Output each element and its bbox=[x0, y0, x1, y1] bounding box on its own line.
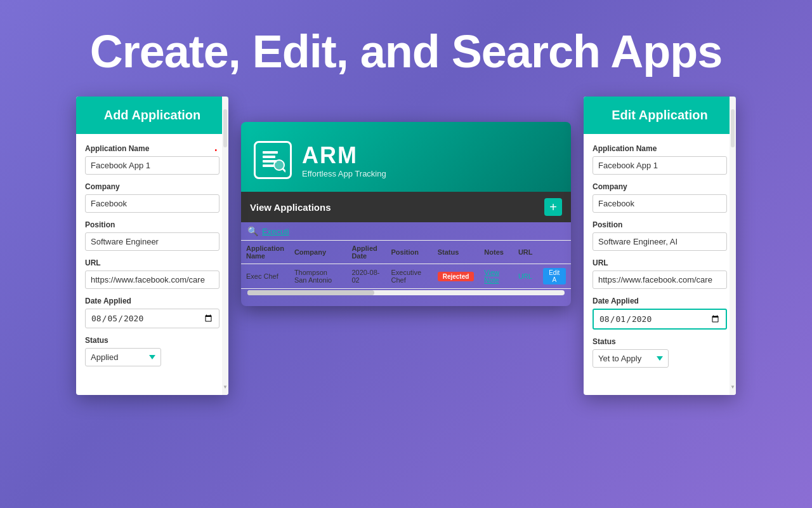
col-action bbox=[538, 241, 571, 264]
add-application-header: Add Application bbox=[76, 97, 228, 134]
col-position: Position bbox=[386, 241, 432, 264]
edit-position-input[interactable] bbox=[593, 232, 727, 251]
arm-applications-table: ApplicationName Company AppliedDate Posi… bbox=[241, 241, 571, 289]
col-company: Company bbox=[289, 241, 347, 264]
col-app-name: ApplicationName bbox=[241, 241, 289, 264]
arm-toolbar: View Applications + bbox=[241, 192, 571, 222]
edit-date-label: Date Applied bbox=[593, 297, 727, 305]
right-scroll-down-icon: ▼ bbox=[730, 384, 735, 390]
row-date: 2020-08-02 bbox=[346, 264, 386, 289]
arm-add-button[interactable]: + bbox=[544, 198, 562, 216]
arm-horizontal-scrollbar[interactable] bbox=[247, 290, 565, 295]
add-date-label: Date Applied bbox=[85, 297, 219, 305]
arm-subtitle: Effortless App Tracking bbox=[302, 169, 386, 178]
hero-title: Create, Edit, and Search Apps bbox=[90, 25, 723, 77]
arm-header: ARM Effortless App Tracking bbox=[241, 122, 571, 192]
svg-rect-0 bbox=[263, 151, 278, 154]
add-url-label: URL bbox=[85, 258, 219, 267]
arm-toolbar-title: View Applications bbox=[250, 202, 331, 213]
add-position-label: Position bbox=[85, 220, 219, 229]
svg-line-5 bbox=[283, 169, 285, 171]
row-company: Thompson San Antonio bbox=[289, 264, 347, 289]
arm-app-card: ARM Effortless App Tracking View Applica… bbox=[241, 122, 571, 306]
row-notes[interactable]: View Note bbox=[479, 264, 513, 289]
col-status: Status bbox=[433, 241, 480, 264]
edit-date-input[interactable] bbox=[593, 309, 727, 330]
row-edit[interactable]: Edit A bbox=[538, 264, 571, 289]
right-card-scrollbar[interactable]: ▼ bbox=[730, 97, 736, 395]
add-application-body: Application Name • Company Position URL … bbox=[76, 134, 228, 377]
status-badge-rejected: Rejected bbox=[438, 272, 475, 281]
add-status-label: Status bbox=[85, 336, 219, 345]
row-app-name: Exec Chef bbox=[241, 264, 289, 289]
row-position: Executive Chef bbox=[386, 264, 432, 289]
arm-scrollbar-thumb bbox=[247, 290, 374, 295]
edit-company-label: Company bbox=[593, 182, 727, 191]
add-app-name-label: Application Name bbox=[85, 144, 219, 153]
edit-application-body: Application Name Company Position URL Da… bbox=[584, 134, 736, 378]
arm-title-group: ARM Effortless App Tracking bbox=[302, 142, 386, 178]
col-date: AppliedDate bbox=[346, 241, 386, 264]
edit-status-select[interactable]: Yet to Apply Applied Interview Offer Rej… bbox=[593, 349, 669, 368]
row-url[interactable]: URL bbox=[513, 264, 538, 289]
add-position-input[interactable] bbox=[85, 232, 219, 251]
edit-company-input[interactable] bbox=[593, 194, 727, 213]
edit-position-label: Position bbox=[593, 220, 727, 229]
edit-app-name-input[interactable] bbox=[593, 156, 727, 175]
arm-search-icon: 🔍 bbox=[247, 226, 258, 236]
add-company-input[interactable] bbox=[85, 194, 219, 213]
edit-application-card: Edit Application Application Name Compan… bbox=[584, 97, 736, 395]
add-company-label: Company bbox=[85, 182, 219, 191]
edit-url-input[interactable] bbox=[593, 271, 727, 289]
edit-status-label: Status bbox=[593, 337, 727, 346]
view-note-link[interactable]: View Note bbox=[484, 269, 499, 284]
svg-rect-3 bbox=[263, 164, 274, 167]
add-status-select[interactable]: Yet to Apply Applied Interview Offer Rej… bbox=[85, 348, 161, 366]
add-url-input[interactable] bbox=[85, 271, 219, 289]
required-indicator: • bbox=[214, 147, 217, 154]
edit-url-label: URL bbox=[593, 258, 727, 267]
add-date-input[interactable] bbox=[85, 309, 219, 328]
cards-container: Add Application Application Name • Compa… bbox=[0, 97, 812, 395]
arm-logo-icon bbox=[254, 141, 292, 179]
url-link[interactable]: URL bbox=[518, 272, 532, 280]
col-url: URL bbox=[513, 241, 538, 264]
edit-application-header: Edit Application bbox=[584, 97, 736, 134]
add-app-name-input[interactable] bbox=[85, 156, 219, 175]
left-card-scrollbar[interactable]: ▼ bbox=[222, 97, 228, 395]
table-row: Exec Chef Thompson San Antonio 2020-08-0… bbox=[241, 264, 571, 289]
svg-rect-1 bbox=[263, 156, 275, 158]
arm-search-text[interactable]: Executi bbox=[262, 227, 289, 236]
arm-search-bar: 🔍 Executi bbox=[241, 222, 571, 241]
scroll-down-icon: ▼ bbox=[223, 384, 228, 390]
edit-button[interactable]: Edit A bbox=[543, 268, 566, 284]
arm-logo-text: ARM bbox=[302, 142, 386, 169]
col-notes: Notes bbox=[479, 241, 513, 264]
row-status: Rejected bbox=[433, 264, 480, 289]
add-application-card: Add Application Application Name • Compa… bbox=[76, 97, 228, 395]
edit-app-name-label: Application Name bbox=[593, 144, 727, 153]
